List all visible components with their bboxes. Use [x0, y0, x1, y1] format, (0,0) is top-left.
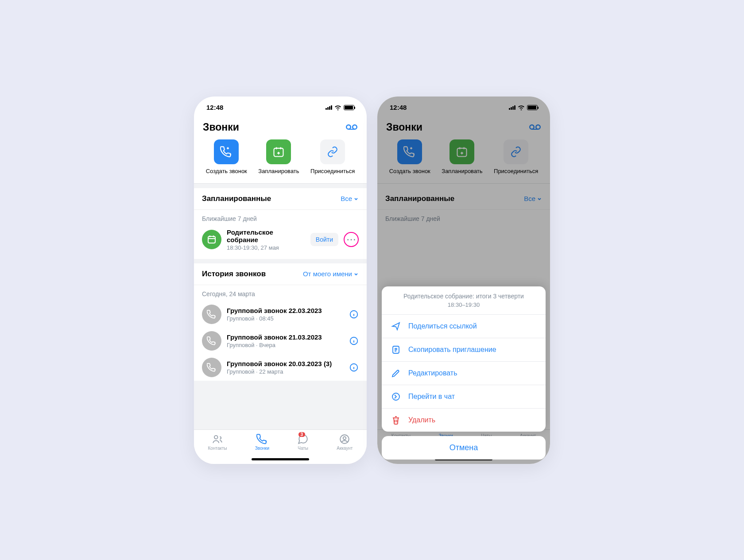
sheet-cancel[interactable]: Отмена	[382, 436, 546, 460]
sheet-share[interactable]: Поделиться ссылкой	[382, 315, 546, 338]
badge: 3	[298, 432, 306, 437]
phone-icon	[202, 305, 221, 324]
scheduled-filter[interactable]: Все	[341, 195, 359, 202]
status-time: 12:48	[390, 104, 407, 111]
tab-contacts[interactable]: Контакты	[208, 433, 227, 451]
svg-point-5	[214, 435, 218, 439]
sheet-copy[interactable]: Скопировать приглашение	[382, 338, 546, 362]
phone-icon	[202, 358, 221, 377]
home-indicator	[252, 458, 309, 460]
page-title: Звонки	[386, 121, 422, 133]
status-bar: 12:48	[194, 97, 367, 119]
scheduled-subtitle: Ближайшие 7 дней	[194, 210, 367, 226]
sheet-delete[interactable]: Удалить	[382, 409, 546, 432]
join-button[interactable]: Войти	[310, 233, 338, 246]
link-icon	[504, 139, 528, 164]
wifi-icon	[334, 105, 341, 110]
info-icon[interactable]	[349, 336, 359, 346]
history-date: Сегодня, 24 марта	[194, 285, 367, 301]
create-call-button[interactable]: Создать звонок	[206, 139, 247, 174]
calendar-plus-icon	[450, 139, 474, 164]
schedule-call-button[interactable]: Запланировать	[258, 139, 299, 174]
phone-icon	[202, 331, 221, 351]
sheet-chat[interactable]: Перейти в чат	[382, 385, 546, 409]
tab-account[interactable]: Аккаунт	[337, 433, 353, 451]
voicemail-icon[interactable]	[345, 124, 358, 131]
history-item[interactable]: Групповой звонок 21.03.2023Групповой · В…	[194, 328, 367, 354]
svg-rect-1	[208, 236, 215, 243]
scheduled-filter[interactable]: Все	[524, 195, 542, 202]
phone-plus-icon	[397, 139, 422, 164]
sheet-header: Родительское собрание: итоги 3 четверти …	[382, 286, 546, 315]
action-sheet: Родительское собрание: итоги 3 четверти …	[377, 282, 550, 464]
battery-icon	[344, 105, 354, 110]
link-icon	[320, 139, 345, 164]
status-bar: 12:48	[377, 97, 550, 119]
history-item[interactable]: Групповой звонок 22.03.2023Групповой · 0…	[194, 301, 367, 328]
phone-plus-icon	[214, 139, 239, 164]
more-button[interactable]: ⋯	[344, 232, 359, 247]
wifi-icon	[518, 105, 525, 110]
scheduled-item[interactable]: Родительское собрание 18:30-19:30, 27 ма…	[194, 226, 367, 259]
phone-sheet: 12:48 Звонки Создать звонок Запланироват…	[377, 97, 550, 464]
battery-icon	[527, 105, 538, 110]
join-call-button[interactable]: Присоединиться	[310, 139, 355, 174]
status-time: 12:48	[206, 104, 223, 111]
tab-chats[interactable]: 3Чаты	[297, 433, 309, 451]
page-title: Звонки	[203, 121, 239, 133]
svg-point-7	[343, 436, 346, 440]
history-filter[interactable]: От моего имени	[303, 270, 359, 278]
calendar-plus-icon	[266, 139, 291, 164]
phone-main: 12:48 Звонки Создать звонок	[194, 97, 367, 464]
info-icon[interactable]	[349, 363, 359, 372]
scheduled-title: Запланированные	[202, 194, 271, 203]
history-item[interactable]: Групповой звонок 20.03.2023 (3)Групповой…	[194, 354, 367, 381]
info-icon[interactable]	[349, 309, 359, 319]
sheet-edit[interactable]: Редактировать	[382, 362, 546, 385]
history-title: История звонков	[202, 270, 266, 278]
calendar-icon	[202, 230, 221, 249]
signal-icon	[326, 105, 332, 110]
signal-icon	[509, 105, 515, 110]
schedule-call-button[interactable]: Запланировать	[442, 139, 482, 174]
create-call-button[interactable]: Создать звонок	[389, 139, 430, 174]
join-call-button[interactable]: Присоединиться	[494, 139, 538, 174]
tab-calls[interactable]: Звонки	[255, 433, 269, 451]
voicemail-icon[interactable]	[529, 124, 541, 131]
